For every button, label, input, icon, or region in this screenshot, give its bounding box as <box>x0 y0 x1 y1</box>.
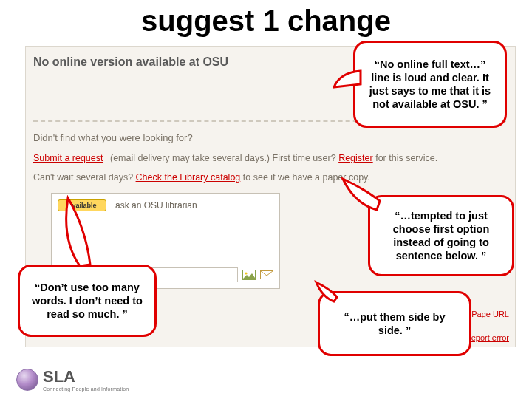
check-catalog-link[interactable]: Check the Library catalog <box>136 172 241 183</box>
page-url-link[interactable]: Page URL <box>471 310 509 318</box>
submit-request-link[interactable]: Submit a request <box>33 153 103 163</box>
callout-text: “Don’t use too many words. I don’t need … <box>30 281 144 321</box>
callout-text: “…put them side by side. ” <box>330 310 459 337</box>
sla-globe-icon <box>16 369 38 391</box>
sla-tagline: Connecting People and Information <box>43 386 129 392</box>
submit-request-text: (email delivery may take several days.) … <box>110 153 336 163</box>
callout-text: “…tempted to just choose first option in… <box>381 209 502 263</box>
callout-bottom-left: “Don’t use too many words. I don’t need … <box>18 265 157 337</box>
register-text: for this service. <box>375 153 437 163</box>
sla-logo-text: SLA Connecting People and Information <box>43 367 129 392</box>
callout-tail-3 <box>340 174 384 219</box>
didnt-find-heading: Didn't find what you were looking for? <box>33 132 193 143</box>
slide-title: suggest 1 change <box>0 4 532 38</box>
cant-wait-pre: Can't wait several days? <box>33 172 136 183</box>
callout-tail-1 <box>332 65 366 95</box>
image-icon[interactable] <box>242 270 256 280</box>
callout-tail-4 <box>313 279 340 309</box>
chat-title: ask an OSU librarian <box>115 200 197 211</box>
cant-wait-line: Can't wait several days? Check the Libra… <box>33 172 370 183</box>
sla-acronym: SLA <box>43 367 129 386</box>
mail-icon[interactable] <box>260 270 273 280</box>
register-link[interactable]: Register <box>338 153 373 163</box>
callout-side-by-side: “…put them side by side. ” <box>318 291 471 356</box>
callout-text: “No online full text…” line is loud and … <box>366 58 494 112</box>
sla-logo: SLA Connecting People and Information <box>16 367 129 392</box>
callout-tail-2 <box>58 195 99 269</box>
no-online-heading: No online version available at OSU <box>33 55 228 69</box>
callout-top-right: “No online full text…” line is loud and … <box>353 41 507 128</box>
submit-request-line: Submit a request (email delivery may tak… <box>33 153 437 163</box>
callout-mid-right: “…tempted to just choose first option in… <box>368 195 514 276</box>
slide: suggest 1 change No online version avail… <box>0 0 532 399</box>
report-error-link[interactable]: Report error <box>466 333 509 342</box>
svg-point-1 <box>245 272 247 274</box>
